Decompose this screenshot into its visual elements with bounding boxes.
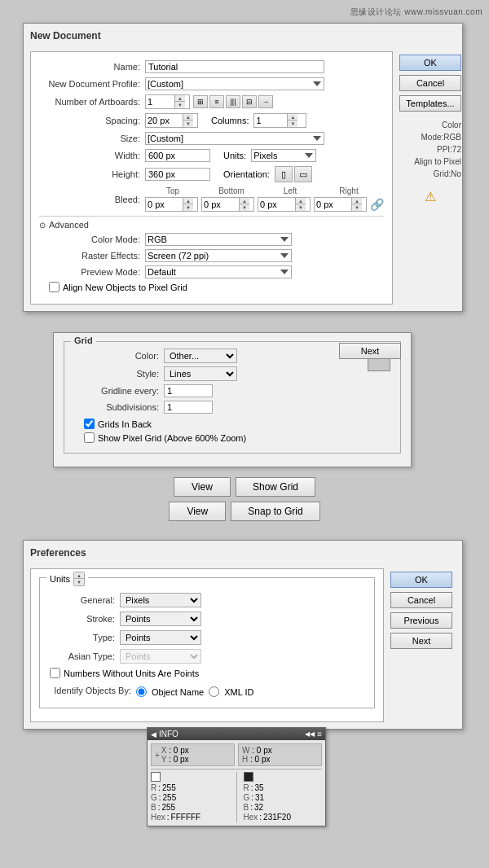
info-hex2-row: Hex : 231F20 [244, 813, 323, 822]
pref-cancel-button[interactable]: Cancel [390, 592, 452, 608]
columns-down[interactable]: ▼ [288, 121, 297, 127]
spacing-arrows[interactable]: ▲ ▼ [183, 114, 193, 127]
h-value: 0 px [255, 755, 271, 764]
watermark: 思缘设计论坛 www.missvuan.com [350, 7, 482, 18]
grid-style-label: Style: [74, 369, 164, 379]
identify-label: Identify Objects By: [46, 686, 136, 695]
pref-stroke-select[interactable]: Points [120, 612, 201, 626]
numbers-checkbox[interactable] [50, 668, 60, 678]
gridline-input[interactable] [164, 384, 213, 397]
bleed-right-input[interactable] [315, 199, 351, 209]
show-pixel-grid-checkbox[interactable] [84, 432, 95, 443]
artboards-down[interactable]: ▼ [175, 102, 185, 108]
bleed-link-icon[interactable]: 🔗 [370, 198, 384, 211]
pref-next-button[interactable]: Next [390, 633, 452, 649]
spacing-down[interactable]: ▼ [183, 121, 193, 127]
align-label: Align New Objects to Pixel Grid [63, 283, 187, 292]
bleed-bottom-arrows[interactable]: ▲ ▼ [239, 198, 249, 211]
columns-up[interactable]: ▲ [288, 114, 297, 121]
subdivisions-input[interactable] [164, 401, 213, 414]
w-value: 0 px [257, 746, 272, 755]
units-dropdown-arrow[interactable]: ▲ ▼ [73, 572, 85, 586]
profile-select[interactable]: [Custom] [145, 77, 324, 90]
units-select[interactable]: Pixels [251, 149, 316, 162]
pref-type-select[interactable]: Points [120, 630, 201, 645]
name-label: Name: [39, 62, 145, 72]
advanced-arrow-icon: ⊙ [39, 221, 46, 230]
bleed-top-input[interactable] [146, 199, 183, 209]
height-input[interactable] [145, 168, 210, 181]
pref-form: Units ▲ ▼ General: Pixels Stroke: [30, 568, 384, 722]
b1-value: 255 [161, 803, 175, 812]
artboards-up[interactable]: ▲ [175, 95, 185, 102]
pref-asian-type-select[interactable]: Points [120, 649, 201, 664]
snap-to-grid-button[interactable]: Snap to Grid [231, 502, 319, 521]
bleed-right[interactable]: ▲ ▼ [314, 197, 367, 212]
bleed-top[interactable]: ▲ ▼ [145, 197, 198, 212]
artboards-arrows[interactable]: ▲ ▼ [174, 95, 185, 108]
spacing-spinbox[interactable]: ▲ ▼ [145, 113, 198, 128]
bleed-left-arrows[interactable]: ▲ ▼ [295, 198, 306, 211]
columns-spinbox[interactable]: ▲ ▼ [253, 113, 306, 128]
info-collapse-btn[interactable]: ◀◀ [305, 730, 315, 738]
pref-ok-button[interactable]: OK [390, 572, 452, 588]
info-xy-cell: + X : 0 px Y : 0 px [151, 743, 235, 766]
ok-button[interactable]: OK [399, 55, 461, 71]
g2-value: 31 [255, 793, 264, 802]
artboard-icon-row[interactable]: ≡ [209, 95, 224, 108]
artboard-icon-arrange[interactable]: ⊟ [242, 95, 257, 108]
bleed-top-arrows[interactable]: ▲ ▼ [183, 198, 193, 211]
grid-next-button[interactable]: Next [339, 343, 401, 359]
info-g2-row: G : 31 [244, 793, 323, 802]
info-b2-row: B : 32 [244, 803, 323, 812]
size-select[interactable]: [Custom] [145, 132, 324, 145]
artboards-spinbox[interactable]: ▲ ▼ [145, 94, 190, 109]
pref-general-select[interactable]: Pixels [120, 593, 201, 607]
grid-style-select[interactable]: Lines [164, 366, 237, 381]
orientation-portrait[interactable]: ▯ [275, 166, 293, 182]
artboards-input[interactable] [146, 97, 174, 107]
artboard-icon-arrow[interactable]: → [258, 95, 273, 108]
templates-button[interactable]: Templates... [399, 95, 461, 112]
bleed-bottom-input[interactable] [202, 199, 239, 209]
info-color-mode: Color Mode:RGB [399, 119, 461, 143]
grid-color-select[interactable]: Other... [164, 349, 237, 363]
artboards-label: Number of Artboards: [39, 97, 145, 107]
info-arrow-left[interactable]: ◀ [151, 730, 156, 739]
bleed-left[interactable]: ▲ ▼ [258, 197, 311, 212]
columns-input[interactable] [254, 116, 287, 125]
artboard-icon-grid[interactable]: ⊞ [193, 95, 208, 108]
units-label: Units: [223, 151, 246, 160]
grids-in-back-checkbox[interactable] [84, 419, 95, 429]
artboard-icon-col[interactable]: ||| [226, 95, 240, 108]
raster-select[interactable]: Screen (72 ppi) [145, 249, 292, 262]
info-wh-cell: W : 0 px H : 0 px [238, 743, 322, 766]
view-row-1: View Show Grid [174, 477, 315, 497]
show-grid-button[interactable]: Show Grid [236, 477, 315, 497]
columns-arrows[interactable]: ▲ ▼ [287, 114, 297, 127]
pref-previous-button[interactable]: Previous [390, 612, 452, 629]
xml-id-radio[interactable] [209, 686, 219, 697]
cancel-button[interactable]: Cancel [399, 75, 461, 91]
color-mode-label: Color Mode: [47, 235, 145, 244]
width-input[interactable] [145, 149, 210, 162]
view-button-1[interactable]: View [174, 477, 231, 497]
bleed-right-arrows[interactable]: ▲ ▼ [351, 198, 362, 211]
object-name-radio[interactable] [136, 686, 147, 697]
bleed-left-input[interactable] [258, 199, 295, 209]
orientation-landscape[interactable]: ▭ [294, 166, 312, 182]
hex1-value: FFFFFF [171, 813, 201, 822]
spacing-input[interactable] [146, 116, 183, 125]
dialog-buttons: OK Cancel Templates... Color Mode:RGB PP… [399, 51, 461, 305]
spacing-up[interactable]: ▲ [183, 114, 193, 121]
preview-select[interactable]: Default [145, 265, 292, 278]
info-menu-btn[interactable]: ≡ [317, 730, 322, 739]
advanced-toggle[interactable]: ⊙ Advanced [39, 220, 384, 230]
bleed-bottom[interactable]: ▲ ▼ [201, 197, 254, 212]
align-checkbox[interactable] [49, 282, 59, 292]
view-button-2[interactable]: View [169, 502, 226, 521]
color-mode-select[interactable]: RGB [145, 233, 292, 246]
align-checkbox-row: Align New Objects to Pixel Grid [49, 282, 384, 292]
name-input[interactable] [145, 60, 324, 73]
w-label: W [242, 746, 249, 755]
